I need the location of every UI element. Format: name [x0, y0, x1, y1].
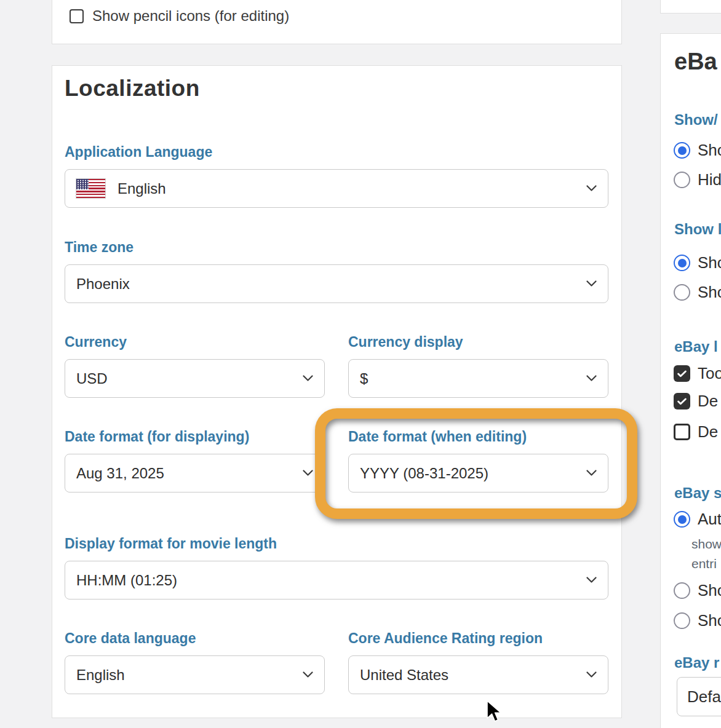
- currency-select[interactable]: USD: [65, 359, 325, 398]
- core-data-language-select[interactable]: English: [65, 655, 325, 694]
- core-audience-rating-region-label: Core Audience Rating region: [348, 630, 608, 647]
- radio-option[interactable]: Sho: [674, 283, 721, 302]
- chevron-down-icon: [303, 375, 313, 382]
- ebay-region-select[interactable]: Defa: [677, 677, 721, 716]
- ebay-card-title: eBa: [674, 49, 717, 75]
- radio-option-hide[interactable]: Hid: [674, 170, 721, 189]
- movie-length-format-select[interactable]: HH:MM (01:25): [65, 561, 608, 599]
- radio-selected-icon[interactable]: [674, 142, 690, 159]
- radio-option[interactable]: Aut: [674, 510, 721, 529]
- checkbox-option-label: Too: [698, 364, 721, 383]
- chevron-down-icon: [586, 577, 597, 584]
- chevron-down-icon: [586, 280, 597, 287]
- radio-option[interactable]: Sho: [674, 611, 721, 630]
- radio-helper-text: entri: [691, 556, 717, 571]
- radio-unselected-icon[interactable]: [674, 284, 690, 301]
- field-date-format-displaying: Date format (for displaying) Aug 31, 202…: [65, 428, 325, 493]
- radio-unselected-icon[interactable]: [674, 582, 690, 599]
- field-application-language: Application Language English: [65, 143, 608, 208]
- core-data-language-label: Core data language: [65, 630, 325, 647]
- ebay-section-label: eBay r: [674, 654, 719, 671]
- core-audience-rating-region-select[interactable]: United States: [348, 655, 608, 694]
- application-language-select[interactable]: English: [65, 169, 608, 208]
- chevron-down-icon: [586, 375, 597, 382]
- localization-card: Localization Application Language Englis…: [52, 65, 622, 718]
- date-format-editing-value: YYYY (08-31-2025): [360, 465, 488, 482]
- ebay-section-label: Show l: [674, 221, 721, 238]
- checkbox-checked-icon[interactable]: [674, 393, 690, 410]
- field-time-zone: Time zone Phoenix: [65, 239, 608, 303]
- field-movie-length-format: Display format for movie length HH:MM (0…: [65, 535, 608, 599]
- field-core-audience-rating-region: Core Audience Rating region United State…: [348, 630, 608, 694]
- ebay-region-select-value: Defa: [687, 687, 721, 706]
- ebay-card: eBa Show/ Sho Hid Show l Sho Sho eBay l …: [660, 33, 721, 728]
- date-format-displaying-label: Date format (for displaying): [65, 428, 325, 445]
- field-date-format-editing: Date format (when editing) YYYY (08-31-2…: [348, 428, 608, 493]
- radio-option-label: Sho: [698, 611, 721, 630]
- time-zone-select[interactable]: Phoenix: [65, 264, 608, 303]
- currency-display-select[interactable]: $: [348, 359, 608, 398]
- movie-length-format-label: Display format for movie length: [65, 535, 608, 552]
- radio-unselected-icon[interactable]: [674, 172, 690, 188]
- radio-option-label: Sho: [698, 581, 721, 600]
- date-format-displaying-select[interactable]: Aug 31, 2025: [65, 454, 325, 493]
- pencil-icons-checkbox-label: Show pencil icons (for editing): [92, 7, 289, 25]
- chevron-down-icon: [586, 671, 597, 678]
- checkbox-option[interactable]: Too: [674, 364, 721, 383]
- show-pencil-icons-option[interactable]: Show pencil icons (for editing): [70, 7, 289, 25]
- chevron-down-icon: [586, 185, 597, 192]
- radio-option-label: Hid: [698, 170, 721, 189]
- date-format-editing-select[interactable]: YYYY (08-31-2025): [348, 454, 608, 493]
- settings-page: Show pencil icons (for editing) Localiza…: [0, 0, 721, 728]
- checkbox-option[interactable]: De: [674, 392, 718, 411]
- ebay-section-label: Show/: [674, 111, 718, 129]
- radio-option[interactable]: Sho: [674, 253, 721, 272]
- pencil-icons-checkbox[interactable]: [70, 9, 84, 23]
- checkbox-option-label: De: [698, 422, 718, 441]
- radio-helper-text: show: [691, 537, 721, 552]
- checkbox-option[interactable]: De: [674, 422, 718, 441]
- radio-option-label: Sho: [698, 283, 721, 302]
- currency-display-value: $: [360, 370, 368, 387]
- chevron-down-icon: [303, 671, 313, 678]
- ebay-section-label: eBay l: [674, 338, 718, 355]
- localization-title: Localization: [65, 76, 200, 101]
- radio-option-show[interactable]: Sho: [674, 141, 721, 160]
- radio-option[interactable]: Sho: [674, 581, 721, 600]
- core-audience-rating-region-value: United States: [360, 667, 448, 684]
- radio-selected-icon[interactable]: [674, 255, 690, 271]
- radio-unselected-icon[interactable]: [674, 612, 690, 629]
- checkbox-unchecked-icon[interactable]: [674, 424, 690, 440]
- date-format-editing-label: Date format (when editing): [348, 428, 608, 445]
- radio-option-label: Sho: [698, 253, 721, 272]
- application-language-value: English: [118, 180, 166, 197]
- currency-label: Currency: [65, 333, 325, 350]
- chevron-down-icon: [303, 470, 313, 477]
- checkbox-checked-icon[interactable]: [674, 365, 690, 382]
- application-language-label: Application Language: [65, 143, 608, 160]
- right-upper-card: [660, 0, 721, 14]
- time-zone-label: Time zone: [65, 239, 608, 256]
- date-format-displaying-value: Aug 31, 2025: [76, 465, 164, 482]
- pencil-icons-card: Show pencil icons (for editing): [52, 0, 622, 44]
- currency-value: USD: [76, 370, 108, 387]
- chevron-down-icon: [586, 470, 597, 477]
- ebay-section-label: eBay s: [674, 485, 721, 502]
- field-currency-display: Currency display $: [348, 333, 608, 398]
- time-zone-value: Phoenix: [76, 275, 130, 293]
- field-core-data-language: Core data language English: [65, 630, 325, 694]
- core-data-language-value: English: [76, 667, 125, 684]
- radio-option-label: Aut: [698, 510, 721, 529]
- movie-length-format-value: HH:MM (01:25): [76, 572, 177, 589]
- field-currency: Currency USD: [65, 333, 325, 398]
- checkbox-option-label: De: [698, 392, 718, 411]
- currency-display-label: Currency display: [348, 333, 608, 350]
- us-flag-icon: [76, 179, 105, 198]
- radio-option-label: Sho: [698, 141, 721, 160]
- radio-selected-icon[interactable]: [674, 511, 690, 528]
